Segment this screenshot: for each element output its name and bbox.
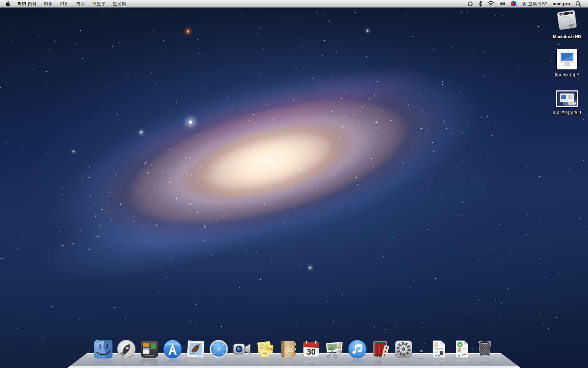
desktop-icon-white-imac[interactable]: 화이트아이맥 bbox=[544, 49, 588, 78]
app-menu-title[interactable]: 화면 캡처 bbox=[17, 1, 37, 7]
dock-icon-reflection bbox=[209, 358, 229, 368]
bright-star bbox=[367, 30, 368, 32]
dock-icon-reflection bbox=[140, 358, 159, 368]
dock-icon-reflection bbox=[371, 358, 390, 368]
dock-icon-reflection bbox=[186, 358, 205, 368]
dock-icon-reflection: Low 555-7361 Eggs Milk bbox=[255, 358, 275, 368]
svg-text:30: 30 bbox=[307, 361, 316, 368]
svg-text:Milk: Milk bbox=[263, 352, 268, 355]
document-icon bbox=[429, 339, 448, 359]
image-thumbnail-icon bbox=[557, 91, 577, 106]
spotlight-icon[interactable] bbox=[575, 1, 581, 7]
input-source-badge: 2 bbox=[516, 5, 517, 8]
dock-item-system-preferences[interactable] bbox=[394, 339, 413, 359]
menu-edit[interactable]: 편집 bbox=[60, 1, 69, 7]
hard-drive-icon bbox=[556, 9, 578, 32]
dock-icon-reflection bbox=[429, 358, 448, 368]
wifi-icon[interactable] bbox=[488, 1, 494, 6]
stickies-icon: Low 555-7361 Eggs Milk bbox=[255, 339, 275, 359]
dock-item-app-store[interactable] bbox=[163, 339, 182, 359]
svg-text:@: @ bbox=[284, 343, 294, 355]
dock-item-itunes[interactable] bbox=[348, 339, 367, 359]
dock-item-safari[interactable] bbox=[209, 339, 229, 359]
dock-icon-reflection bbox=[475, 358, 495, 368]
korean-flag-icon[interactable]: 2 bbox=[511, 1, 517, 7]
svg-text:Low: Low bbox=[259, 343, 264, 346]
bright-star bbox=[189, 121, 192, 124]
trash-icon bbox=[475, 339, 495, 359]
dock-item-launchpad[interactable] bbox=[117, 339, 136, 359]
address-book-icon: @ bbox=[278, 339, 298, 359]
volume-icon[interactable] bbox=[499, 1, 505, 6]
dock-icon-reflection bbox=[163, 358, 182, 368]
menu-capture[interactable]: 캡처 bbox=[76, 1, 85, 7]
apple-menu[interactable] bbox=[5, 1, 10, 7]
dock-item-trash[interactable] bbox=[475, 339, 495, 359]
svg-text:Milk: Milk bbox=[263, 362, 268, 365]
time-machine-icon[interactable] bbox=[467, 1, 473, 7]
dock-item-calendar[interactable]: 30 30 bbox=[301, 339, 321, 359]
bright-star bbox=[187, 30, 189, 33]
desktop-icon-label: 화이트아이맥 bbox=[544, 72, 588, 78]
menu-file[interactable]: 파일 bbox=[44, 1, 53, 7]
dock-icon-reflection bbox=[117, 358, 136, 368]
dock-icon-reflection bbox=[93, 358, 113, 368]
bright-star bbox=[73, 151, 74, 152]
facetime-icon bbox=[232, 339, 252, 359]
dock-icon-reflection bbox=[324, 358, 344, 368]
apple-icon bbox=[5, 1, 10, 7]
bright-star bbox=[140, 131, 142, 133]
photo-booth-icon bbox=[371, 339, 390, 359]
bluetooth-icon[interactable] bbox=[478, 1, 482, 7]
svg-text:@: @ bbox=[284, 362, 294, 368]
dock-icon-reflection bbox=[394, 358, 413, 368]
dock-item-photo-booth[interactable] bbox=[371, 339, 390, 359]
dock-icon-reflection: 30 bbox=[301, 358, 321, 368]
dock: Low 555-7361 Eggs Milk Low 555-7361 bbox=[93, 339, 495, 359]
desktop-icon-label: 화이트아이맥-1 bbox=[544, 110, 588, 116]
launchpad-icon bbox=[117, 339, 136, 359]
document-download-icon bbox=[452, 339, 471, 359]
dock-item-preview[interactable] bbox=[324, 339, 344, 359]
system-preferences-icon bbox=[394, 339, 413, 359]
itunes-icon bbox=[348, 339, 367, 359]
dock-item-document-stack-1[interactable] bbox=[429, 339, 448, 359]
dock-item-document-stack-2[interactable] bbox=[452, 339, 471, 359]
app-store-icon bbox=[163, 339, 182, 359]
dock-item-finder[interactable] bbox=[93, 339, 113, 359]
dock-separator bbox=[417, 339, 425, 359]
preview-icon bbox=[324, 339, 344, 359]
menu-window[interactable]: 윈도우 bbox=[92, 1, 106, 7]
desktop: 화면 캡처 파일 편집 캡처 윈도우 도움말 bbox=[0, 0, 588, 368]
svg-text:30: 30 bbox=[307, 347, 316, 356]
desktop-icon-macintosh-hd[interactable]: Macintosh HD bbox=[544, 9, 588, 39]
dock-icon-reflection bbox=[232, 358, 252, 368]
desktop-icon-label: Macintosh HD bbox=[544, 34, 588, 39]
mail-stamp-icon bbox=[186, 339, 205, 359]
safari-icon bbox=[209, 339, 229, 359]
calendar-icon: 30 bbox=[301, 339, 321, 359]
dock-icon-reflection: @ bbox=[278, 358, 298, 368]
host-name[interactable]: mac pro bbox=[552, 1, 570, 6]
dock-item-facetime[interactable] bbox=[232, 339, 252, 359]
menu-help[interactable]: 도움말 bbox=[113, 1, 126, 7]
finder-icon bbox=[93, 339, 113, 359]
clock-time[interactable]: 일 오후 3:57 bbox=[522, 1, 547, 7]
bright-star bbox=[309, 267, 311, 268]
dock-item-mission-control[interactable] bbox=[140, 339, 159, 359]
dock-icon-reflection bbox=[452, 358, 471, 368]
dock-item-mail[interactable] bbox=[186, 339, 205, 359]
dock-icon-reflection bbox=[348, 358, 367, 368]
mission-control-icon bbox=[140, 339, 159, 359]
image-thumbnail-icon bbox=[558, 50, 576, 68]
desktop-icon-white-imac-1[interactable]: 화이트아이맥-1 bbox=[544, 90, 588, 116]
wallpaper-andromeda-galaxy bbox=[0, 0, 588, 368]
dock-item-stickies[interactable]: Low 555-7361 Eggs Milk Low 555-7361 bbox=[255, 339, 275, 359]
dock-item-address-book[interactable]: @ @ bbox=[278, 339, 298, 359]
menu-bar: 화면 캡처 파일 편집 캡처 윈도우 도움말 bbox=[0, 0, 588, 8]
